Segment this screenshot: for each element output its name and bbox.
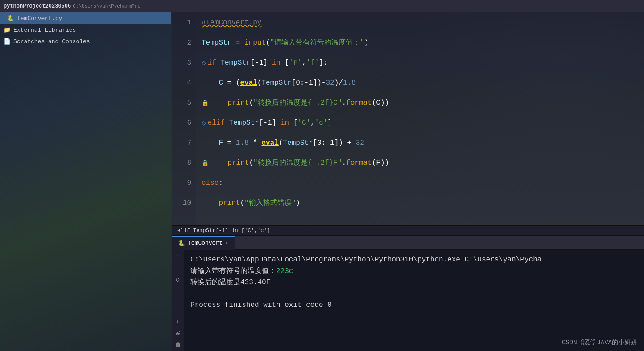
sidebar-item-label: External Libraries [13, 27, 76, 33]
code-line-8: 🔒 print ( "转换后的温度是{:.2f}F" . format (F)) [202, 153, 639, 173]
code-line-2: TempStr = input ( "请输入带有符号的温度值：" ) [202, 33, 639, 53]
code-line-4: C = ( eval ( TempStr [0:-1])- 32 )/ 1.8 [202, 73, 639, 93]
console-output: C:\Users\yan\AppData\Local\Programs\Pyth… [184, 250, 644, 351]
code-line-10: print ( "输入格式错误" ) [202, 193, 639, 213]
prompt-text: 请输入带有符号的温度值： [190, 266, 276, 278]
line-num-2: 2 [172, 33, 196, 53]
console-line-result: 转换后的温度是433.40F [190, 277, 638, 289]
line-num-6: 6 [172, 113, 196, 133]
panel-tab-temconvert[interactable]: 🐍 TemConvert × [172, 236, 235, 250]
code-line-1: #TemConvert.py [202, 12, 639, 33]
line-num-3: 3 [172, 53, 196, 73]
panel-tabs: 🐍 TemConvert × [172, 236, 644, 250]
sidebar-item-label: TemConvert.py [17, 15, 62, 22]
line-num-10: 10 [172, 193, 196, 213]
panel-body: ↑ ↓ ↺ ⬇ 🖨 🗑 C:\Users\yan\AppData\Local\P… [172, 250, 644, 351]
clear-button[interactable]: 🗑 [173, 340, 182, 349]
code-editor[interactable]: 1 2 3 4 5 6 7 8 9 10 [172, 12, 644, 225]
line-num-8: 8 [172, 153, 196, 173]
line-num-1: 1 [172, 12, 196, 33]
line-numbers: 1 2 3 4 5 6 7 8 9 10 [172, 12, 196, 225]
rerun-button[interactable]: ↺ [173, 275, 182, 284]
main-container: pythonProject20230506 C:\Users\yan\Pycha… [0, 0, 644, 351]
sidebar: 🐍 TemConvert.py 📁 External Libraries 📄 S… [0, 12, 172, 351]
code-line-6: ◇ elif TempStr [-1] in [ 'C' , 'c' ]: [202, 113, 639, 133]
line-num-4: 4 [172, 73, 196, 93]
code-line-7: F = 1.8 * eval ( TempStr [0:-1]) + 32 [202, 133, 639, 153]
input-value: 223c [276, 266, 293, 278]
sidebar-item-temconvert[interactable]: 🐍 TemConvert.py [0, 12, 171, 24]
file-icon: 🐍 [7, 15, 14, 22]
code-lines[interactable]: #TemConvert.py TempStr = input ( "请输入带有符… [196, 12, 644, 225]
scroll-down-button[interactable]: ↓ [173, 263, 182, 272]
console-line-process: Process finished with exit code 0 [190, 300, 638, 311]
editor-content: 1 2 3 4 5 6 7 8 9 10 [172, 12, 644, 225]
scratches-icon: 📄 [4, 38, 11, 45]
watermark: CSDN @爱学JAVA的小妍妍 [562, 339, 637, 347]
main-area: 🐍 TemConvert.py 📁 External Libraries 📄 S… [0, 12, 644, 351]
stop-button[interactable]: ⬇ [173, 317, 182, 326]
panel-sidebar-buttons: ↑ ↓ ↺ ⬇ 🖨 🗑 [172, 250, 184, 351]
tab-icon: 🐍 [178, 240, 185, 247]
line-num-9: 9 [172, 173, 196, 193]
console-line-cmd: C:\Users\yan\AppData\Local\Programs\Pyth… [190, 254, 638, 266]
console-line-prompt: 请输入带有符号的温度值： 223c [190, 266, 638, 278]
print-button[interactable]: 🖨 [173, 329, 182, 338]
status-bar: elif TempStr[-1] in ['C','c'] [172, 225, 644, 235]
top-bar: pythonProject20230506 C:\Users\yan\Pycha… [0, 0, 644, 12]
folder-icon: 📁 [4, 26, 11, 33]
tab-close-button[interactable]: × [225, 241, 228, 246]
sidebar-item-external[interactable]: 📁 External Libraries [0, 24, 171, 36]
bottom-panel: 🐍 TemConvert × ↑ ↓ ↺ ⬇ 🖨 🗑 [172, 235, 644, 351]
code-line-9: else : [202, 173, 639, 193]
console-line-empty [190, 289, 638, 300]
status-text: elif TempStr[-1] in ['C','c'] [177, 228, 270, 234]
sidebar-item-scratches[interactable]: 📄 Scratches and Consoles [0, 36, 171, 47]
code-line-5: 🔒 print ( "转换后的温度是{:.2f}C" . format (C)) [202, 93, 639, 113]
line-num-5: 5 [172, 93, 196, 113]
project-name: pythonProject20230506 [4, 3, 71, 9]
line-num-7: 7 [172, 133, 196, 153]
code-line-3: ◇ if TempStr [-1] in [ 'F' , 'f' ]: [202, 53, 639, 73]
project-path: C:\Users\yan\PycharmPro [73, 4, 140, 9]
scroll-up-button[interactable]: ↑ [173, 252, 182, 261]
tab-label: TemConvert [188, 240, 223, 246]
sidebar-item-label: Scratches and Consoles [13, 38, 90, 45]
